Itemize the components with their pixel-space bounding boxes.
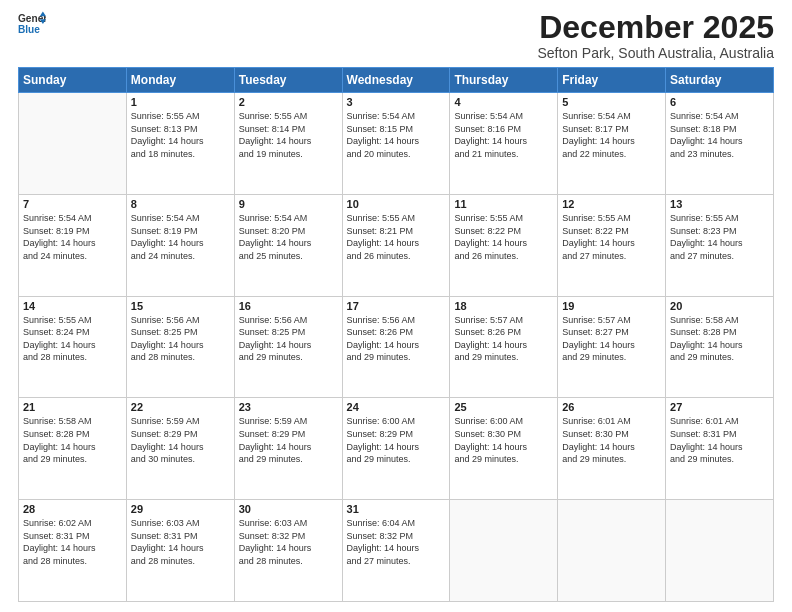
calendar-cell: 27Sunrise: 6:01 AM Sunset: 8:31 PM Dayli… — [666, 398, 774, 500]
calendar-cell: 26Sunrise: 6:01 AM Sunset: 8:30 PM Dayli… — [558, 398, 666, 500]
day-number: 28 — [23, 503, 122, 515]
day-number: 26 — [562, 401, 661, 413]
day-info: Sunrise: 5:54 AM Sunset: 8:16 PM Dayligh… — [454, 110, 553, 160]
calendar-cell: 29Sunrise: 6:03 AM Sunset: 8:31 PM Dayli… — [126, 500, 234, 602]
day-info: Sunrise: 5:57 AM Sunset: 8:26 PM Dayligh… — [454, 314, 553, 364]
calendar-cell: 30Sunrise: 6:03 AM Sunset: 8:32 PM Dayli… — [234, 500, 342, 602]
day-number: 31 — [347, 503, 446, 515]
day-number: 22 — [131, 401, 230, 413]
month-title: December 2025 — [537, 10, 774, 45]
weekday-header-cell: Tuesday — [234, 68, 342, 93]
title-block: December 2025 Sefton Park, South Austral… — [537, 10, 774, 61]
day-number: 23 — [239, 401, 338, 413]
weekday-header-cell: Thursday — [450, 68, 558, 93]
day-info: Sunrise: 5:59 AM Sunset: 8:29 PM Dayligh… — [131, 415, 230, 465]
calendar-cell: 24Sunrise: 6:00 AM Sunset: 8:29 PM Dayli… — [342, 398, 450, 500]
day-number: 8 — [131, 198, 230, 210]
day-info: Sunrise: 5:56 AM Sunset: 8:26 PM Dayligh… — [347, 314, 446, 364]
day-info: Sunrise: 5:55 AM Sunset: 8:22 PM Dayligh… — [454, 212, 553, 262]
svg-text:Blue: Blue — [18, 24, 40, 35]
day-number: 20 — [670, 300, 769, 312]
day-info: Sunrise: 6:01 AM Sunset: 8:30 PM Dayligh… — [562, 415, 661, 465]
day-info: Sunrise: 5:54 AM Sunset: 8:15 PM Dayligh… — [347, 110, 446, 160]
calendar-cell: 20Sunrise: 5:58 AM Sunset: 8:28 PM Dayli… — [666, 296, 774, 398]
day-number: 5 — [562, 96, 661, 108]
day-number: 15 — [131, 300, 230, 312]
day-info: Sunrise: 6:00 AM Sunset: 8:29 PM Dayligh… — [347, 415, 446, 465]
day-number: 7 — [23, 198, 122, 210]
calendar-week-row: 7Sunrise: 5:54 AM Sunset: 8:19 PM Daylig… — [19, 194, 774, 296]
day-number: 6 — [670, 96, 769, 108]
day-info: Sunrise: 5:55 AM Sunset: 8:24 PM Dayligh… — [23, 314, 122, 364]
day-info: Sunrise: 5:54 AM Sunset: 8:20 PM Dayligh… — [239, 212, 338, 262]
calendar-cell: 15Sunrise: 5:56 AM Sunset: 8:25 PM Dayli… — [126, 296, 234, 398]
day-number: 11 — [454, 198, 553, 210]
day-info: Sunrise: 5:55 AM Sunset: 8:13 PM Dayligh… — [131, 110, 230, 160]
calendar-cell: 23Sunrise: 5:59 AM Sunset: 8:29 PM Dayli… — [234, 398, 342, 500]
logo: General Blue — [18, 10, 46, 38]
page: General Blue December 2025 Sefton Park, … — [0, 0, 792, 612]
calendar-cell: 21Sunrise: 5:58 AM Sunset: 8:28 PM Dayli… — [19, 398, 127, 500]
weekday-header-cell: Wednesday — [342, 68, 450, 93]
day-info: Sunrise: 5:54 AM Sunset: 8:19 PM Dayligh… — [131, 212, 230, 262]
day-info: Sunrise: 5:55 AM Sunset: 8:14 PM Dayligh… — [239, 110, 338, 160]
calendar-cell: 1Sunrise: 5:55 AM Sunset: 8:13 PM Daylig… — [126, 93, 234, 195]
calendar-cell: 8Sunrise: 5:54 AM Sunset: 8:19 PM Daylig… — [126, 194, 234, 296]
day-info: Sunrise: 5:56 AM Sunset: 8:25 PM Dayligh… — [131, 314, 230, 364]
weekday-header-cell: Sunday — [19, 68, 127, 93]
location-title: Sefton Park, South Australia, Australia — [537, 45, 774, 61]
day-number: 18 — [454, 300, 553, 312]
day-number: 14 — [23, 300, 122, 312]
day-number: 29 — [131, 503, 230, 515]
calendar-cell: 13Sunrise: 5:55 AM Sunset: 8:23 PM Dayli… — [666, 194, 774, 296]
day-info: Sunrise: 5:55 AM Sunset: 8:23 PM Dayligh… — [670, 212, 769, 262]
calendar-cell — [558, 500, 666, 602]
calendar-cell: 19Sunrise: 5:57 AM Sunset: 8:27 PM Dayli… — [558, 296, 666, 398]
calendar-cell: 7Sunrise: 5:54 AM Sunset: 8:19 PM Daylig… — [19, 194, 127, 296]
calendar-cell: 28Sunrise: 6:02 AM Sunset: 8:31 PM Dayli… — [19, 500, 127, 602]
day-info: Sunrise: 5:55 AM Sunset: 8:21 PM Dayligh… — [347, 212, 446, 262]
day-number: 21 — [23, 401, 122, 413]
header: General Blue December 2025 Sefton Park, … — [18, 10, 774, 61]
day-info: Sunrise: 5:54 AM Sunset: 8:19 PM Dayligh… — [23, 212, 122, 262]
day-info: Sunrise: 5:54 AM Sunset: 8:18 PM Dayligh… — [670, 110, 769, 160]
calendar-table: SundayMondayTuesdayWednesdayThursdayFrid… — [18, 67, 774, 602]
day-number: 3 — [347, 96, 446, 108]
calendar-cell: 14Sunrise: 5:55 AM Sunset: 8:24 PM Dayli… — [19, 296, 127, 398]
day-number: 19 — [562, 300, 661, 312]
day-number: 2 — [239, 96, 338, 108]
calendar-cell: 11Sunrise: 5:55 AM Sunset: 8:22 PM Dayli… — [450, 194, 558, 296]
calendar-cell: 6Sunrise: 5:54 AM Sunset: 8:18 PM Daylig… — [666, 93, 774, 195]
day-info: Sunrise: 5:54 AM Sunset: 8:17 PM Dayligh… — [562, 110, 661, 160]
weekday-header-cell: Monday — [126, 68, 234, 93]
day-number: 16 — [239, 300, 338, 312]
calendar-cell: 10Sunrise: 5:55 AM Sunset: 8:21 PM Dayli… — [342, 194, 450, 296]
day-info: Sunrise: 5:58 AM Sunset: 8:28 PM Dayligh… — [670, 314, 769, 364]
day-number: 12 — [562, 198, 661, 210]
calendar-cell — [19, 93, 127, 195]
calendar-week-row: 28Sunrise: 6:02 AM Sunset: 8:31 PM Dayli… — [19, 500, 774, 602]
calendar-cell: 18Sunrise: 5:57 AM Sunset: 8:26 PM Dayli… — [450, 296, 558, 398]
calendar-cell: 16Sunrise: 5:56 AM Sunset: 8:25 PM Dayli… — [234, 296, 342, 398]
calendar-week-row: 14Sunrise: 5:55 AM Sunset: 8:24 PM Dayli… — [19, 296, 774, 398]
day-info: Sunrise: 6:01 AM Sunset: 8:31 PM Dayligh… — [670, 415, 769, 465]
day-number: 27 — [670, 401, 769, 413]
weekday-header-cell: Saturday — [666, 68, 774, 93]
day-info: Sunrise: 6:02 AM Sunset: 8:31 PM Dayligh… — [23, 517, 122, 567]
day-number: 25 — [454, 401, 553, 413]
calendar-cell: 5Sunrise: 5:54 AM Sunset: 8:17 PM Daylig… — [558, 93, 666, 195]
calendar-body: 1Sunrise: 5:55 AM Sunset: 8:13 PM Daylig… — [19, 93, 774, 602]
logo-icon: General Blue — [18, 10, 46, 38]
calendar-cell — [450, 500, 558, 602]
weekday-header-row: SundayMondayTuesdayWednesdayThursdayFrid… — [19, 68, 774, 93]
day-number: 24 — [347, 401, 446, 413]
day-info: Sunrise: 5:56 AM Sunset: 8:25 PM Dayligh… — [239, 314, 338, 364]
weekday-header-cell: Friday — [558, 68, 666, 93]
day-number: 9 — [239, 198, 338, 210]
day-info: Sunrise: 5:58 AM Sunset: 8:28 PM Dayligh… — [23, 415, 122, 465]
calendar-cell: 9Sunrise: 5:54 AM Sunset: 8:20 PM Daylig… — [234, 194, 342, 296]
calendar-cell: 25Sunrise: 6:00 AM Sunset: 8:30 PM Dayli… — [450, 398, 558, 500]
calendar-cell: 31Sunrise: 6:04 AM Sunset: 8:32 PM Dayli… — [342, 500, 450, 602]
day-number: 13 — [670, 198, 769, 210]
calendar-week-row: 1Sunrise: 5:55 AM Sunset: 8:13 PM Daylig… — [19, 93, 774, 195]
